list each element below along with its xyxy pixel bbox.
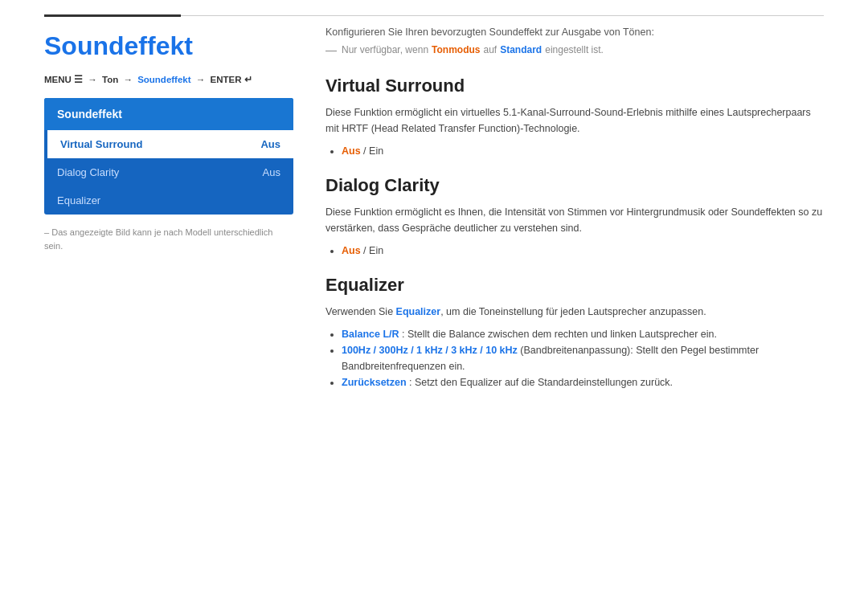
note-content: Das angezeigte Bild kann je nach Modell … bbox=[44, 227, 272, 251]
main-content: Soundeffekt MENU ☰ → Ton → Soundeffekt →… bbox=[0, 25, 868, 407]
avail-prefix: Nur verfügbar, wenn bbox=[342, 44, 428, 55]
nav-menu: Soundeffekt Virtual Surround Aus Dialog … bbox=[44, 98, 293, 215]
nav-value-virtual-surround: Aus bbox=[260, 138, 280, 150]
avail-tonmodus: Tonmodus bbox=[432, 44, 480, 55]
avail-standard: Standard bbox=[500, 44, 542, 55]
bullet-hz: 100Hz / 300Hz / 1 kHz / 3 kHz / 10 kHz (… bbox=[342, 342, 824, 374]
arrow2: → bbox=[123, 75, 133, 84]
bullet-balance-label: Balance L/R bbox=[342, 329, 399, 340]
section-virtual-surround: Virtual Surround Diese Funktion ermöglic… bbox=[326, 76, 824, 159]
section-title-dialog-clarity: Dialog Clarity bbox=[326, 175, 824, 196]
bc-soundeffekt: Soundeffekt bbox=[137, 75, 190, 84]
bullet-balance-text: : Stellt die Balance zwischen dem rechte… bbox=[402, 329, 717, 340]
avail-suffix: eingestellt ist. bbox=[545, 44, 604, 55]
bullet-list-virtual-surround: Aus / Ein bbox=[342, 143, 824, 159]
nav-menu-title: Soundeffekt bbox=[44, 98, 293, 130]
bullet-list-equalizer: Balance L/R : Stellt die Balance zwische… bbox=[342, 326, 824, 390]
note-text: – Das angezeigte Bild kann je nach Model… bbox=[44, 226, 293, 252]
bullet-list-dialog-clarity: Aus / Ein bbox=[342, 243, 824, 259]
menu-label: MENU bbox=[44, 75, 72, 84]
intro-text: Konfigurieren Sie Ihren bevorzugten Soun… bbox=[326, 25, 824, 40]
section-equalizer: Equalizer Verwenden Sie Equalizer, um di… bbox=[326, 275, 824, 390]
avail-note: — Nur verfügbar, wenn Tonmodus auf Stand… bbox=[326, 43, 824, 56]
top-bar-right-line bbox=[181, 15, 824, 16]
arrow3: → bbox=[196, 75, 206, 84]
top-bar bbox=[0, 0, 868, 17]
section-title-equalizer: Equalizer bbox=[326, 275, 824, 296]
nav-label-virtual-surround: Virtual Surround bbox=[60, 138, 142, 150]
nav-item-virtual-surround[interactable]: Virtual Surround Aus bbox=[44, 130, 293, 158]
breadcrumb: MENU ☰ → Ton → Soundeffekt → ENTER ↵ bbox=[44, 74, 293, 85]
eq-link: Equalizer bbox=[396, 306, 441, 317]
section-desc-dialog-clarity: Diese Funktion ermöglicht es Ihnen, die … bbox=[326, 204, 824, 236]
avail-auf: auf bbox=[484, 44, 497, 55]
enter-icon: ↵ bbox=[244, 75, 252, 84]
bullet-ein-virtual: Ein bbox=[369, 145, 383, 157]
bullet-reset-label: Zurücksetzen bbox=[342, 377, 407, 388]
section-desc-equalizer: Verwenden Sie Equalizer, um die Toneinst… bbox=[326, 304, 824, 320]
top-bar-left-line bbox=[44, 14, 181, 17]
bullet-ein-dialog: Ein bbox=[369, 245, 383, 256]
nav-value-dialog-clarity: Aus bbox=[263, 166, 280, 178]
arrow1: → bbox=[88, 75, 97, 84]
bullet-aus-dialog: Aus bbox=[342, 245, 361, 256]
nav-label-dialog-clarity: Dialog Clarity bbox=[57, 166, 119, 178]
section-desc-virtual-surround: Diese Funktion ermöglicht ein virtuelles… bbox=[326, 104, 824, 137]
bullet-reset: Zurücksetzen : Setzt den Equalizer auf d… bbox=[342, 374, 824, 390]
bc-enter: ENTER bbox=[210, 75, 244, 84]
menu-icon: ☰ bbox=[74, 75, 83, 84]
nav-item-dialog-clarity[interactable]: Dialog Clarity Aus bbox=[44, 158, 293, 186]
bullet-reset-text: : Setzt den Equalizer auf die Standardei… bbox=[409, 377, 673, 388]
bullet-aus-ein-dialog: Aus / Ein bbox=[342, 243, 824, 259]
page-title: Soundeffekt bbox=[44, 31, 293, 61]
bullet-aus-ein-virtual: Aus / Ein bbox=[342, 143, 824, 159]
avail-dash: — bbox=[326, 43, 337, 56]
bullet-aus-virtual: Aus bbox=[342, 145, 361, 157]
right-panel: Konfigurieren Sie Ihren bevorzugten Soun… bbox=[326, 25, 824, 407]
bc-ton: Ton bbox=[102, 75, 118, 84]
note-dash: – bbox=[44, 227, 51, 237]
nav-label-equalizer: Equalizer bbox=[57, 194, 100, 206]
bullet-hz-label: 100Hz / 300Hz / 1 kHz / 3 kHz / 10 kHz bbox=[342, 345, 518, 356]
left-panel: Soundeffekt MENU ☰ → Ton → Soundeffekt →… bbox=[44, 25, 293, 407]
section-dialog-clarity: Dialog Clarity Diese Funktion ermöglicht… bbox=[326, 175, 824, 259]
nav-item-equalizer[interactable]: Equalizer bbox=[44, 186, 293, 215]
bullet-balance: Balance L/R : Stellt die Balance zwische… bbox=[342, 326, 824, 342]
section-title-virtual-surround: Virtual Surround bbox=[326, 76, 824, 96]
